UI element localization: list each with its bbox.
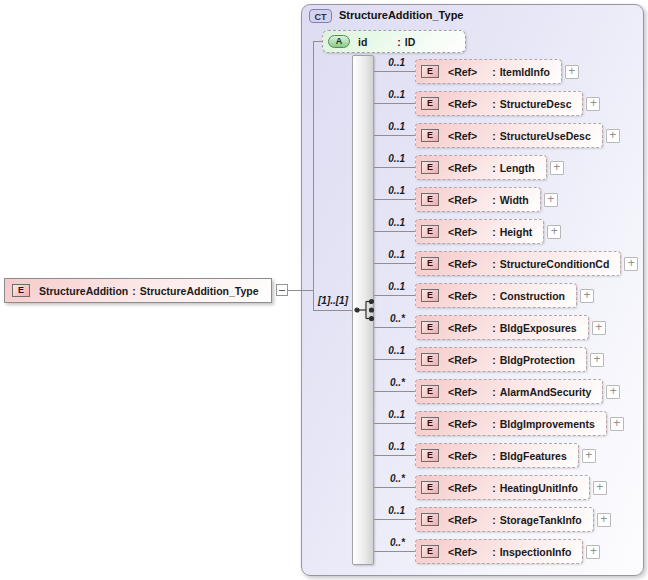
element-ref-box[interactable]: E <Ref> : BldgProtection <box>415 347 587 372</box>
element-type: StructureUseDesc <box>500 130 591 142</box>
element-ref-box[interactable]: E <Ref> : Length <box>415 155 547 180</box>
element-row: E <Ref> : Height + <box>415 219 561 244</box>
expand-button[interactable]: + <box>624 257 638 271</box>
element-separator: : <box>492 226 496 238</box>
element-ref-box[interactable]: E <Ref> : StorageTankInfo <box>415 507 594 532</box>
element-ref-label: <Ref> <box>448 418 477 430</box>
trunk-line <box>313 41 314 311</box>
element-connector-line <box>374 231 415 232</box>
expand-button[interactable]: + <box>580 289 594 303</box>
element-ref-box[interactable]: E <Ref> : Construction <box>415 283 577 308</box>
element-row: E <Ref> : StructureConditionCd + <box>415 251 638 276</box>
element-ref-box[interactable]: E <Ref> : BldgImprovements <box>415 411 607 436</box>
expand-button[interactable]: + <box>593 481 607 495</box>
element-badge-icon: E <box>421 417 439 430</box>
element-ref-label: <Ref> <box>448 450 477 462</box>
element-separator: : <box>492 514 496 526</box>
element-type: BldgImprovements <box>500 418 595 430</box>
element-ref-box[interactable]: E <Ref> : StructureDesc <box>415 91 583 116</box>
element-separator: : <box>492 418 496 430</box>
element-type: Length <box>500 162 535 174</box>
minus-icon <box>279 290 285 291</box>
collapse-handle[interactable] <box>276 284 288 296</box>
element-ref-label: <Ref> <box>448 514 477 526</box>
element-cardinality-label: 0..1 <box>345 153 405 164</box>
attribute-name: id <box>358 36 367 48</box>
expand-button[interactable]: + <box>606 385 620 399</box>
expand-button[interactable]: + <box>550 161 564 175</box>
element-ref-label: <Ref> <box>448 482 477 494</box>
element-ref-box[interactable]: E <Ref> : InspectionInfo <box>415 539 583 564</box>
element-connector-line <box>374 263 415 264</box>
complex-type-badge: CT <box>309 9 332 23</box>
element-ref-box[interactable]: E <Ref> : StructureConditionCd <box>415 251 621 276</box>
element-ref-label: <Ref> <box>448 386 477 398</box>
element-ref-box[interactable]: E <Ref> : ItemIdInfo <box>415 59 562 84</box>
element-type: HeatingUnitInfo <box>500 482 578 494</box>
element-row: E <Ref> : Width + <box>415 187 558 212</box>
element-connector-line <box>374 135 415 136</box>
expand-button[interactable]: + <box>586 545 600 559</box>
expand-button[interactable]: + <box>544 193 558 207</box>
element-connector-line <box>374 295 415 296</box>
element-ref-box[interactable]: E <Ref> : HeatingUnitInfo <box>415 475 590 500</box>
element-separator: : <box>492 162 496 174</box>
element-badge-icon: E <box>421 513 439 526</box>
expand-button[interactable]: + <box>606 129 620 143</box>
element-type: BldgExposures <box>500 322 577 334</box>
element-separator: : <box>492 98 496 110</box>
element-type: BldgFeatures <box>500 450 567 462</box>
expand-button[interactable]: + <box>590 353 604 367</box>
element-type: Construction <box>500 290 565 302</box>
element-type: StorageTankInfo <box>500 514 582 526</box>
element-ref-box[interactable]: E <Ref> : Height <box>415 219 544 244</box>
expand-button[interactable]: + <box>592 321 606 335</box>
element-row: E <Ref> : BldgProtection + <box>415 347 604 372</box>
element-separator: : <box>492 66 496 78</box>
expand-button[interactable]: + <box>547 225 561 239</box>
group-cardinality-label: [1]..[1] <box>296 295 348 306</box>
element-cardinality-label: 0..* <box>345 377 405 388</box>
element-connector-line <box>374 71 415 72</box>
element-ref-label: <Ref> <box>448 354 477 366</box>
element-cardinality-label: 0..1 <box>345 185 405 196</box>
element-type: AlarmAndSecurity <box>500 386 592 398</box>
element-separator: : <box>492 130 496 142</box>
element-ref-box[interactable]: E <Ref> : Width <box>415 187 541 212</box>
element-ref-label: <Ref> <box>448 98 477 110</box>
element-connector-line <box>374 359 415 360</box>
element-connector-line <box>374 167 415 168</box>
element-badge-icon: E <box>12 284 30 297</box>
element-separator: : <box>492 354 496 366</box>
element-connector-line <box>374 551 415 552</box>
element-ref-box[interactable]: E <Ref> : BldgFeatures <box>415 443 579 468</box>
expand-button[interactable]: + <box>597 513 611 527</box>
element-badge-icon: E <box>421 321 439 334</box>
element-ref-label: <Ref> <box>448 546 477 558</box>
expand-button[interactable]: + <box>586 97 600 111</box>
element-badge-icon: E <box>421 353 439 366</box>
element-ref-box[interactable]: E <Ref> : BldgExposures <box>415 315 589 340</box>
expand-button[interactable]: + <box>582 449 596 463</box>
element-badge-icon: E <box>421 257 439 270</box>
element-type: StructureDesc <box>500 98 572 110</box>
element-separator: : <box>492 194 496 206</box>
element-ref-box[interactable]: E <Ref> : StructureUseDesc <box>415 123 603 148</box>
attribute-separator: : <box>397 36 401 48</box>
element-badge-icon: E <box>421 545 439 558</box>
element-row: E <Ref> : BldgFeatures + <box>415 443 596 468</box>
xsd-diagram: CT StructureAddition_Type [1]..[1] A id … <box>0 0 648 580</box>
element-ref-label: <Ref> <box>448 66 477 78</box>
attribute-box-id[interactable]: A id : ID <box>322 30 466 53</box>
attribute-connector-line <box>313 41 322 42</box>
element-cardinality-label: 0..1 <box>345 345 405 356</box>
element-row: E <Ref> : InspectionInfo + <box>415 539 600 564</box>
element-ref-box[interactable]: E <Ref> : AlarmAndSecurity <box>415 379 603 404</box>
expand-button[interactable]: + <box>565 65 579 79</box>
element-ref-label: <Ref> <box>448 162 477 174</box>
root-element-box[interactable]: E StructureAddition : StructureAddition_… <box>4 278 272 303</box>
complex-type-title: StructureAddition_Type <box>339 9 463 21</box>
element-badge-icon: E <box>421 449 439 462</box>
expand-button[interactable]: + <box>610 417 624 431</box>
element-cardinality-label: 0..* <box>345 473 405 484</box>
